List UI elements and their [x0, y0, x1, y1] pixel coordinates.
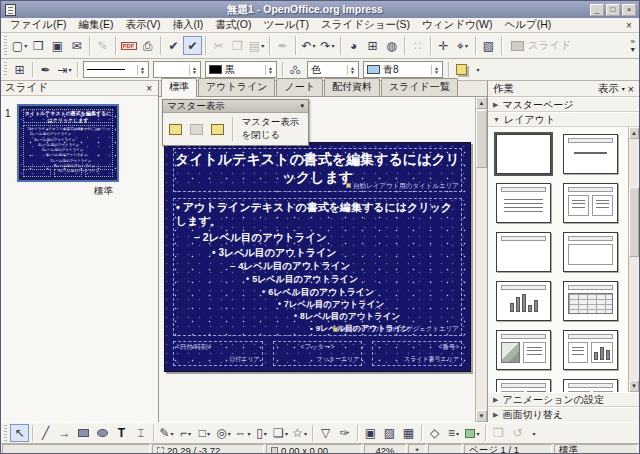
arrange-button[interactable]: ▾	[463, 424, 482, 442]
section-transition[interactable]: ▶ 画面切り替え	[488, 407, 639, 422]
menu-file[interactable]: ファイル(F)	[4, 17, 72, 33]
scroll-up-icon[interactable]: ▲	[476, 97, 487, 109]
cut-button[interactable]: ✂	[209, 36, 228, 55]
layout-title-content[interactable]	[496, 183, 551, 223]
insert-chart-button[interactable]: ◕	[344, 36, 363, 55]
tab-slide-sorter[interactable]: スライド一覧	[381, 78, 458, 96]
callouts-tool[interactable]: ❏▾	[271, 424, 290, 442]
block-arrows-tool[interactable]: ⇔▾	[233, 424, 252, 442]
fill-style-select[interactable]: 色 ▲▼	[307, 61, 359, 78]
print-button[interactable]: ⎙	[138, 36, 157, 55]
edit-file-button[interactable]: ✎	[93, 36, 112, 55]
page-style-cell[interactable]: 標準	[554, 444, 638, 454]
layout-title-table[interactable]	[563, 281, 618, 321]
symbol-shapes-tool[interactable]: ◎▾	[214, 424, 233, 442]
undo-button[interactable]: ↶▾	[299, 36, 318, 55]
shadow-tool[interactable]: ❐	[489, 424, 508, 442]
menu-tools[interactable]: ツール(T)	[258, 17, 315, 33]
email-document-button[interactable]: ✉	[67, 36, 86, 55]
delete-master-button[interactable]	[187, 120, 206, 139]
close-button[interactable]: ×	[622, 4, 636, 16]
curve-tool[interactable]: ✎▾	[157, 424, 176, 442]
master-toolbar-titlebar[interactable]: マスター表示 ▾	[163, 100, 308, 113]
toolbar-grip[interactable]	[4, 62, 7, 77]
toolbar-overflow-icon[interactable]: ▾	[527, 424, 540, 442]
slide-thumbnail[interactable]: タイトルテキストの書式を編集するにはクリックします アウトラインテキストの書式を…	[19, 106, 117, 180]
flowchart-tool[interactable]: ▯▾	[252, 424, 271, 442]
line-button[interactable]: ✒	[36, 61, 55, 78]
fill-color-select[interactable]: 青8 ▲▼	[363, 61, 443, 78]
insert-snap-tool[interactable]: ▣	[361, 424, 380, 442]
styles-button[interactable]: ⊞	[10, 61, 29, 78]
arrow-style-button[interactable]: ⇥▾	[55, 61, 74, 78]
line-width-spinner[interactable]: ▲▼	[189, 65, 199, 75]
section-layouts[interactable]: ▼ レイアウト	[488, 112, 639, 127]
toolbar-grip[interactable]	[4, 425, 7, 441]
toolbar-overflow-icon[interactable]: »▾	[631, 38, 637, 54]
ellipse-tool[interactable]	[93, 424, 112, 442]
auto-spellcheck-toggle[interactable]: ✔	[183, 36, 202, 55]
date-placeholder[interactable]: <日付/時刻> 日付エリア	[173, 341, 263, 366]
vertical-text-tool[interactable]: ⌶	[131, 424, 150, 442]
presentation-toolbar-button[interactable]: スライド	[505, 39, 577, 53]
line-style-select[interactable]: ▲▼	[83, 61, 149, 78]
edit-points-tool[interactable]: ▽	[316, 424, 335, 442]
section-animation[interactable]: ▶ アニメーションの設定	[488, 392, 639, 407]
menu-help[interactable]: ヘルプ(H)	[499, 17, 558, 33]
zoom-level-cell[interactable]: 42%	[364, 444, 406, 454]
gallery-button[interactable]: ▦	[399, 424, 418, 442]
shadow-button[interactable]	[452, 61, 471, 78]
spellcheck-button[interactable]: ✔	[164, 36, 183, 55]
section-master-pages[interactable]: ▶ マスターページ	[488, 97, 639, 112]
layout-blank[interactable]	[496, 134, 551, 174]
title-placeholder[interactable]: タイトルテキストの書式を編集するにはクリックします 自動レイアウト用のタイトルエ…	[173, 148, 462, 192]
task-view-menu[interactable]: 表示 ▾ ×	[598, 82, 634, 96]
scroll-down-icon[interactable]: ▼	[629, 380, 639, 392]
scrollbar-thumb[interactable]	[476, 110, 487, 168]
maximize-button[interactable]: □	[606, 4, 620, 16]
line-width-input[interactable]: ▲▼	[153, 61, 201, 78]
area-style-button[interactable]: 🝆	[286, 61, 305, 78]
copy-button[interactable]: ❐	[228, 36, 247, 55]
scroll-down-icon[interactable]: ▼	[476, 410, 487, 422]
select-tool[interactable]: ↖	[10, 424, 29, 442]
insert-table-button[interactable]: ⊞	[363, 36, 382, 55]
footer-placeholder[interactable]: <フッター> フッターエリア	[273, 341, 363, 366]
layout-title-text-chart[interactable]	[563, 330, 618, 370]
close-master-view-button[interactable]: マスター表示を閉じる	[238, 115, 305, 143]
connector-tool[interactable]: ⌐▾	[176, 424, 195, 442]
export-pdf-button[interactable]: PDF	[119, 36, 138, 55]
layout-title-text-clipart[interactable]	[496, 379, 551, 392]
new-document-button[interactable]: ▢▾	[10, 36, 29, 55]
fill-style-spinner[interactable]: ▲▼	[347, 65, 357, 75]
rotate-tool[interactable]: ◇	[425, 424, 444, 442]
slide-canvas[interactable]: タイトルテキストの書式を編集するにはクリックします 自動レイアウト用のタイトルエ…	[164, 142, 471, 372]
layout-title-subtitle[interactable]	[563, 134, 618, 174]
line-style-spinner[interactable]: ▲▼	[137, 65, 147, 75]
toolbar-menu-icon[interactable]: ▾	[300, 102, 304, 110]
gallery-button[interactable]: ▧	[479, 36, 498, 55]
slide-panel-close-icon[interactable]: ×	[144, 83, 154, 94]
new-master-button[interactable]	[166, 120, 185, 139]
tab-normal[interactable]: 標準	[161, 78, 197, 97]
document-close-icon[interactable]: ×	[622, 20, 636, 31]
toolbar-overflow-icon[interactable]: ▾	[471, 61, 484, 78]
paste-button[interactable]: ▤▾	[247, 36, 266, 55]
tab-notes[interactable]: ノート	[276, 78, 322, 96]
layout-title-chart[interactable]	[496, 281, 551, 321]
layout-title-two-content[interactable]	[563, 183, 618, 223]
line-tool[interactable]: ╱	[36, 424, 55, 442]
layout-title-frame[interactable]	[563, 232, 618, 272]
menu-view[interactable]: 表示(V)	[119, 17, 166, 33]
menu-format[interactable]: 書式(O)	[209, 17, 257, 33]
rename-master-button[interactable]	[208, 120, 227, 139]
arrow-line-tool[interactable]: →	[55, 424, 74, 442]
layout-title-only[interactable]	[496, 232, 551, 272]
save-button[interactable]: ▣	[48, 36, 67, 55]
slide-number-placeholder[interactable]: <番号> スライド番号エリア	[372, 341, 462, 366]
rectangle-tool[interactable]	[74, 424, 93, 442]
navigator-button[interactable]: ✛	[434, 36, 453, 55]
zoom-button[interactable]: ⌖▾	[453, 36, 472, 55]
toolbar-grip[interactable]	[4, 36, 7, 55]
menu-insert[interactable]: 挿入(I)	[166, 17, 209, 33]
